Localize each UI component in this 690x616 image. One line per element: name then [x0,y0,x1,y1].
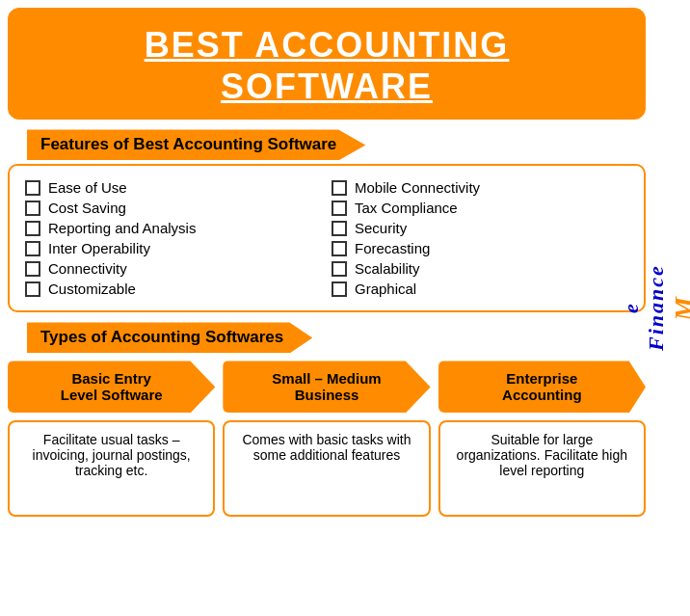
checkbox-icon [332,241,347,256]
title-box: BEST ACCOUNTING SOFTWARE [8,8,646,120]
checkbox-icon [332,180,347,196]
feature-cost-saving: Cost Saving [25,198,322,218]
main-content: BEST ACCOUNTING SOFTWARE Features of Bes… [0,0,653,524]
type-smb-desc: Comes with basic tasks with some additio… [223,420,430,517]
features-section: Features of Best Accounting Software Eas… [8,129,646,312]
features-banner-wrapper: Features of Best Accounting Software [8,129,646,160]
feature-tax-compliance: Tax Compliance [332,198,628,218]
feature-mobile-connectivity: Mobile Connectivity [332,177,628,198]
types-desc-cards: Facilitate usual tasks – invoicing, jour… [8,420,646,517]
type-smb-header: Small – MediumBusiness [223,361,430,413]
checkbox-icon [25,201,40,216]
checkbox-icon [25,241,40,256]
type-enterprise-desc: Suitable for large organizations. Facili… [438,420,646,517]
feature-forecasting: Forecasting [332,238,628,258]
feature-customizable: Customizable [25,279,322,299]
side-finance: Finance [644,265,669,352]
feature-connectivity: Connectivity [25,258,322,279]
features-container: Ease of Use Cost Saving Reporting and An… [8,164,646,312]
checkbox-icon [332,261,347,277]
side-brand-text: e Finance M anagement [653,0,690,616]
checkbox-icon [25,281,40,297]
checkbox-icon [332,201,347,216]
types-header-cards: Basic EntryLevel Software Small – Medium… [8,361,646,413]
checkbox-icon [25,180,40,196]
side-e: e [619,303,644,314]
type-enterprise-header: EnterpriseAccounting [438,361,646,413]
page-title: BEST ACCOUNTING SOFTWARE [20,24,633,107]
feature-graphical: Graphical [332,279,628,299]
types-banner-wrapper: Types of Accounting Softwares [8,322,646,353]
checkbox-icon [332,221,347,236]
features-left-col: Ease of Use Cost Saving Reporting and An… [25,177,322,299]
types-section: Types of Accounting Softwares Basic Entr… [8,322,646,517]
features-banner: Features of Best Accounting Software [27,129,365,160]
feature-scalability: Scalability [332,258,628,279]
type-basic-desc: Facilitate usual tasks – invoicing, jour… [8,420,215,517]
page-wrapper: e Finance M anagement BEST ACCOUNTING SO… [0,0,690,616]
type-basic-header: Basic EntryLevel Software [8,361,215,413]
features-right-col: Mobile Connectivity Tax Compliance Secur… [332,177,628,299]
checkbox-icon [25,221,40,236]
checkbox-icon [332,281,347,297]
checkbox-icon [25,261,40,277]
feature-ease-of-use: Ease of Use [25,177,322,198]
feature-inter-operability: Inter Operability [25,238,322,258]
feature-reporting: Reporting and Analysis [25,218,322,238]
side-m: M [669,295,690,321]
features-grid: Ease of Use Cost Saving Reporting and An… [25,177,628,299]
feature-security: Security [332,218,628,238]
types-banner: Types of Accounting Softwares [27,322,312,353]
